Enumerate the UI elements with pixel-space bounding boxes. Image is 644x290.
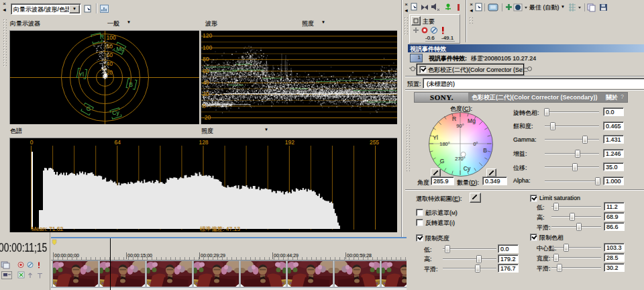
svg-text:180°: 180°: [439, 141, 450, 147]
svg-text:40: 40: [203, 79, 209, 86]
svg-text:128: 128: [199, 139, 208, 146]
svg-text:R: R: [100, 34, 104, 40]
svg-text:60: 60: [203, 68, 209, 75]
svg-text:標準偏差: 47.13: 標準偏差: 47.13: [199, 226, 240, 232]
svg-text:120: 120: [203, 32, 212, 39]
svg-text:Mg: Mg: [468, 117, 476, 124]
svg-text:20: 20: [203, 91, 209, 97]
svg-text:Yl: Yl: [433, 134, 438, 141]
svg-text:80: 80: [203, 56, 209, 62]
svg-text:64: 64: [115, 139, 121, 146]
svg-text:0: 0: [203, 103, 206, 109]
svg-text:192: 192: [285, 139, 294, 146]
svg-text:B: B: [129, 81, 133, 88]
svg-text:255: 255: [370, 139, 379, 146]
svg-text:R: R: [452, 115, 456, 122]
svg-text:B: B: [483, 147, 487, 154]
svg-text:Cy: Cy: [464, 165, 471, 172]
svg-text:0°: 0°: [473, 141, 478, 147]
svg-text:20: 20: [107, 69, 113, 76]
svg-text:Cy: Cy: [112, 109, 119, 116]
svg-text:Mg: Mg: [117, 46, 125, 52]
svg-text:Mean: 71.62: Mean: 71.62: [32, 226, 64, 232]
svg-text:G: G: [87, 105, 91, 112]
svg-text:Yl: Yl: [78, 71, 84, 78]
svg-text:100: 100: [203, 44, 212, 51]
svg-text:100: 100: [107, 34, 116, 41]
svg-text:G: G: [440, 158, 445, 164]
svg-text:90°: 90°: [456, 123, 464, 129]
svg-text:-20: -20: [203, 114, 211, 121]
svg-text:0: 0: [30, 139, 34, 146]
